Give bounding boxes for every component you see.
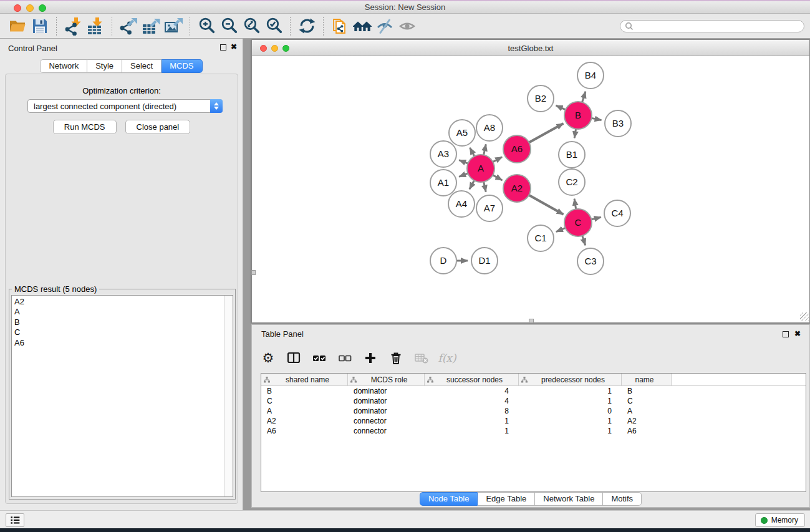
open-session-button[interactable] [6,16,29,36]
split-panel-button[interactable] [286,351,301,365]
node-B4[interactable]: B4 [577,62,604,89]
result-item[interactable]: A [14,307,224,317]
cell[interactable]: 1 [425,417,519,425]
tab-network[interactable]: Network [40,59,87,73]
node-D1[interactable]: D1 [471,248,498,274]
criterion-dropdown[interactable]: largest connected component (directed) [27,99,223,113]
table-row[interactable]: Adominator80A [261,406,806,416]
table-settings-button[interactable]: ⚙ [261,351,276,365]
float-table-panel-button[interactable] [783,331,789,337]
node-A5[interactable]: A5 [449,120,475,146]
select-all-button[interactable] [312,351,327,365]
node-C4[interactable]: C4 [604,200,630,226]
cell[interactable]: A [622,407,672,415]
cell[interactable]: 1 [519,417,622,425]
cell[interactable]: dominator [348,397,425,405]
cell[interactable]: A2 [261,417,348,425]
resize-handle-left[interactable] [251,270,256,275]
export-image-button[interactable] [162,16,185,36]
resize-grip[interactable] [800,312,809,321]
network-window-titlebar[interactable]: testGlobe.txt [252,40,809,56]
node-A1[interactable]: A1 [430,170,456,196]
import-table-button[interactable] [84,16,107,36]
zoom-out-button[interactable] [218,16,240,36]
run-mcds-button[interactable]: Run MCDS [53,120,117,134]
column-header-name[interactable]: name [622,374,672,385]
node-A3[interactable]: A3 [430,141,456,167]
table-row[interactable]: A6connector11A6 [261,426,806,436]
node-A7[interactable]: A7 [476,195,503,221]
memory-button[interactable]: Memory [755,513,805,527]
task-history-button[interactable] [6,513,24,527]
table-row[interactable]: Cdominator41C [261,396,806,406]
close-panel-button[interactable]: ✖ [231,42,237,51]
save-session-button[interactable] [29,16,51,36]
function-builder-button[interactable]: f(x) [440,351,455,365]
tab-mcds[interactable]: MCDS [162,59,202,73]
zoom-fit-button[interactable] [240,16,263,36]
export-table-button[interactable] [140,16,162,36]
node-C[interactable]: C [564,209,592,236]
column-header-predecessor-nodes[interactable]: predecessor nodes [519,374,622,385]
node-A8[interactable]: A8 [476,115,503,141]
node-B1[interactable]: B1 [559,142,585,168]
cell[interactable]: A6 [622,427,672,435]
cell[interactable]: A [261,407,348,415]
node-C3[interactable]: C3 [577,248,604,274]
column-header-successor-nodes[interactable]: successor nodes [425,374,519,385]
search-input[interactable] [634,21,804,31]
cell[interactable]: 4 [425,397,519,405]
close-table-panel-button[interactable]: ✖ [794,329,801,338]
delete-table-button[interactable] [414,351,429,365]
result-item[interactable]: A2 [14,297,224,307]
tab-style[interactable]: Style [87,59,122,73]
node-B2[interactable]: B2 [528,85,554,112]
tab-network-table[interactable]: Network Table [535,492,603,506]
cell[interactable]: A6 [261,427,348,435]
column-header-shared-name[interactable]: shared name [261,374,348,385]
cell[interactable]: B [622,387,672,395]
network-from-file-button[interactable] [329,16,351,36]
mcds-result-list[interactable]: A2ABCA6 [12,296,224,496]
cell[interactable]: 1 [519,427,622,435]
result-item[interactable]: C [14,327,224,337]
result-item[interactable]: A6 [14,338,224,348]
cell[interactable]: C [622,397,672,405]
node-D[interactable]: D [430,248,456,274]
cell[interactable]: 1 [425,427,519,435]
column-header-MCDS-role[interactable]: MCDS role [348,374,425,385]
home-button[interactable] [351,16,374,36]
node-C2[interactable]: C2 [559,169,585,195]
cell[interactable]: B [261,387,348,395]
zoom-selected-button[interactable] [263,16,285,36]
node-A6[interactable]: A6 [503,135,531,163]
node-B[interactable]: B [564,102,592,129]
cell[interactable]: 4 [425,387,519,395]
node-A2[interactable]: A2 [503,175,531,202]
float-panel-button[interactable] [220,44,226,51]
node-A[interactable]: A [467,155,494,182]
hide-details-button[interactable] [374,16,396,36]
cell[interactable]: 1 [519,397,622,405]
deselect-all-button[interactable] [337,351,352,365]
tab-select[interactable]: Select [122,59,162,73]
cell[interactable]: 0 [519,407,622,415]
cell[interactable]: dominator [348,387,425,395]
cell[interactable]: 8 [425,407,519,415]
table-row[interactable]: A2connector11A2 [261,416,806,426]
network-canvas[interactable]: B4B2BB3A8A5A6A3B1AC2A1A2A4A7C4CC1C3DD1 [252,56,809,322]
cell[interactable]: C [261,397,348,405]
cell[interactable]: connector [348,417,425,425]
export-network-button[interactable] [117,16,140,36]
close-panel-button[interactable]: Close panel [125,120,191,134]
add-column-button[interactable] [363,351,378,365]
refresh-layout-button[interactable] [296,16,318,36]
show-details-button[interactable] [396,16,418,36]
zoom-in-button[interactable] [195,16,218,36]
search-box[interactable] [620,20,804,32]
tab-node-table[interactable]: Node Table [420,492,478,506]
node-B3[interactable]: B3 [605,110,631,137]
import-network-button[interactable] [62,16,84,36]
cell[interactable]: 1 [519,387,622,395]
cell[interactable]: dominator [348,407,425,415]
